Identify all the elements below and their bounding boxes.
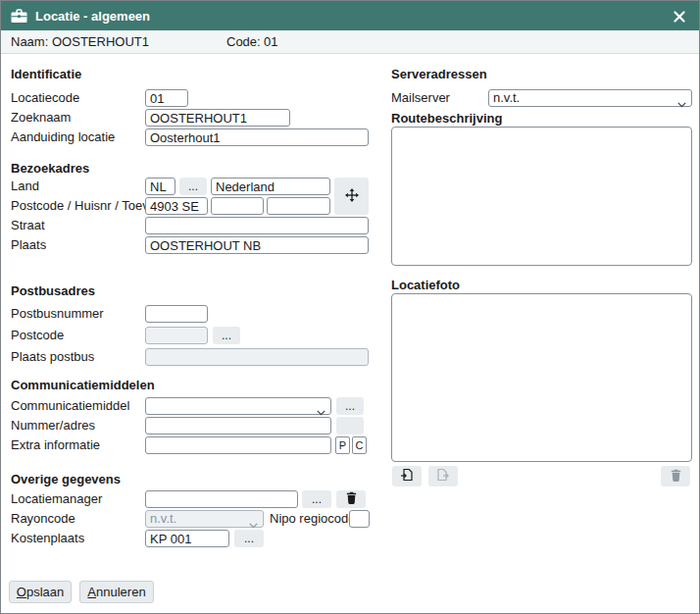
postcode-input[interactable] <box>145 197 208 215</box>
locatiefoto-delete-button <box>661 466 690 486</box>
mailserver-select[interactable]: n.v.t. <box>488 89 692 107</box>
postbusnummer-input[interactable] <box>145 305 208 323</box>
postcode-huisnr-toev-label: Postcode / Huisnr / Toev. <box>11 197 151 215</box>
move-icon <box>345 188 359 205</box>
postbus-postcode-label: Postcode <box>11 327 64 344</box>
code-label: Code: <box>226 34 261 50</box>
trash-icon <box>345 491 358 507</box>
land-lookup-button[interactable]: ... <box>179 178 207 195</box>
nummer-adres-blank-button <box>336 417 364 435</box>
annuleren-button[interactable]: Annuleren <box>79 581 154 603</box>
code-value: 01 <box>264 34 277 50</box>
trash-icon <box>670 469 682 485</box>
rayoncode-select: n.v.t. <box>145 510 264 528</box>
heading-serveradressen: Serveradressen <box>391 67 487 82</box>
heading-identificatie: Identificatie <box>11 67 81 82</box>
opslaan-label: Opslaan <box>17 585 64 599</box>
locatiecode-label: Locatiecode <box>11 89 79 107</box>
kostenplaats-label: Kostenplaats <box>11 530 84 547</box>
land-code-input[interactable] <box>145 178 175 195</box>
straat-label: Straat <box>11 217 45 234</box>
mailserver-value: n.v.t. <box>493 90 520 106</box>
locatiemanager-lookup-button[interactable]: ... <box>302 490 331 508</box>
nummer-adres-label: Nummer/adres <box>11 417 95 435</box>
file-export-icon <box>436 468 450 485</box>
briefcase-icon <box>11 9 27 24</box>
heading-locatiefoto: Locatiefoto <box>391 278 460 293</box>
locatiecode-input[interactable] <box>145 89 188 107</box>
naam-label: Naam: <box>11 34 48 50</box>
routebeschrijving-textarea[interactable] <box>391 127 692 266</box>
heading-routebeschrijving: Routebeschrijving <box>391 111 502 127</box>
heading-bezoekadres: Bezoekadres <box>11 161 89 177</box>
postbus-postcode-lookup-button[interactable]: ... <box>213 327 240 344</box>
plaats-postbus-label: Plaats postbus <box>11 348 94 366</box>
close-icon[interactable] <box>671 8 687 25</box>
file-import-icon <box>400 468 414 485</box>
land-label: Land <box>11 178 39 195</box>
annuleren-label: Annuleren <box>87 585 145 599</box>
straat-input[interactable] <box>145 217 369 234</box>
locatiemanager-input[interactable] <box>145 490 298 508</box>
opslaan-button[interactable]: Opslaan <box>9 581 72 603</box>
nummer-adres-input[interactable] <box>145 417 331 435</box>
plaats-input[interactable] <box>145 236 369 254</box>
mailserver-label: Mailserver <box>391 89 450 107</box>
zoeknaam-input[interactable] <box>145 109 290 127</box>
map-move-button[interactable] <box>334 178 369 215</box>
extra-informatie-label: Extra informatie <box>11 436 100 454</box>
locatiemanager-label: Locatiemanager <box>11 490 102 508</box>
titlebar: Locatie - algemeen <box>1 1 699 30</box>
heading-communicatiemiddelen: Communicatiemiddelen <box>11 378 155 393</box>
chevron-down-icon <box>677 96 686 111</box>
dialog-title: Locatie - algemeen <box>35 9 150 24</box>
extra-informatie-input[interactable] <box>145 436 331 454</box>
record-header: Naam: OOSTERHOUT1 Code: 01 <box>1 30 699 54</box>
aanduiding-locatie-label: Aanduiding locatie <box>11 128 115 146</box>
communicatiemiddel-label: Communicatiemiddel <box>11 397 129 415</box>
c-button[interactable]: C <box>352 436 367 454</box>
heading-overige-gegevens: Overige gegevens <box>11 472 121 487</box>
zoeknaam-label: Zoeknaam <box>11 109 71 127</box>
locatiefoto-import-button[interactable] <box>392 466 422 486</box>
plaats-label: Plaats <box>11 236 46 254</box>
locatiemanager-delete-button[interactable] <box>336 490 366 508</box>
nipo-regiocode-input[interactable] <box>349 510 370 528</box>
locatiefoto-box <box>391 293 692 462</box>
rayoncode-label: Rayoncode <box>11 510 75 528</box>
kostenplaats-lookup-button[interactable]: ... <box>234 530 264 547</box>
naam-value: OOSTERHOUT1 <box>52 34 149 50</box>
land-naam-input[interactable] <box>211 178 330 195</box>
heading-postbusadres: Postbusadres <box>11 283 95 299</box>
communicatiemiddel-lookup-button[interactable]: ... <box>336 397 364 415</box>
toevoeging-input[interactable] <box>267 197 330 215</box>
huisnr-input[interactable] <box>211 197 264 215</box>
communicatiemiddel-select[interactable] <box>145 397 331 415</box>
locatie-dialog: Locatie - algemeen Naam: OOSTERHOUT1 Cod… <box>0 0 700 614</box>
postbusnummer-label: Postbusnummer <box>11 305 104 323</box>
rayoncode-value: n.v.t. <box>150 511 176 527</box>
kostenplaats-input[interactable] <box>145 530 229 547</box>
aanduiding-locatie-input[interactable] <box>145 128 369 146</box>
locatiefoto-export-button <box>428 466 458 486</box>
plaats-postbus-input <box>145 348 369 366</box>
p-button[interactable]: P <box>335 436 350 454</box>
postbus-postcode-input <box>145 327 208 344</box>
nipo-regiocode-label: Nipo regiocode <box>270 510 355 528</box>
